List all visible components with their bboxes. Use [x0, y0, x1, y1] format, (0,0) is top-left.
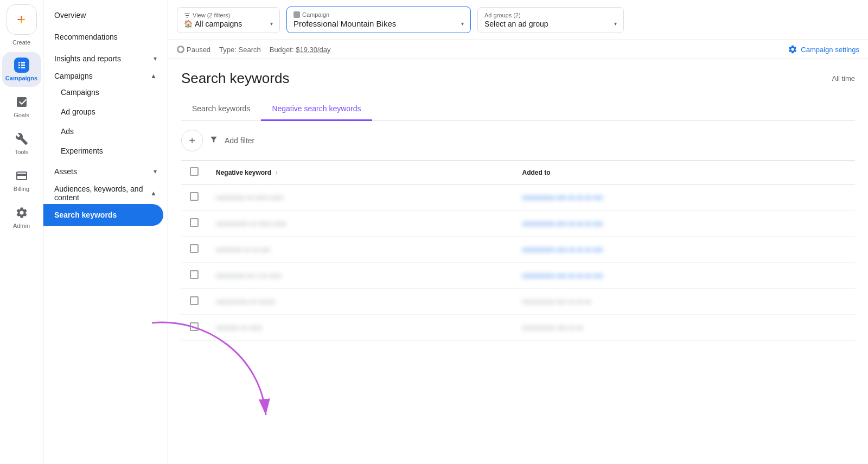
row-checkbox-6[interactable] — [190, 322, 199, 331]
table-row: xxxxxxxxx xx x xx xxxx xxxxxxxxxx xxx xx… — [181, 263, 855, 289]
negative-keyword-header: Negative keyword ↑ — [207, 161, 513, 185]
added-to-cell-1: xxxxxxxxxx xxx xx xx xx xxx — [522, 194, 603, 201]
added-to-cell-5: xxxxxxxxxx xxx xx xx xx — [522, 298, 591, 306]
billing-icon — [14, 168, 29, 183]
ad-group-dropdown[interactable]: Ad groups (2) Select an ad group ▾ — [477, 7, 624, 33]
select-all-header — [181, 161, 207, 185]
row-checkbox-1[interactable] — [190, 192, 199, 201]
sidebar-assets-section[interactable]: Assets ▾ — [43, 161, 168, 178]
campaign-dropdown-arrow: ▾ — [461, 21, 464, 27]
goals-icon — [14, 94, 29, 110]
sidebar-item-tools[interactable]: Tools — [2, 126, 41, 161]
campaign-dropdown-label: Campaign — [293, 11, 464, 18]
paused-status: Paused — [177, 46, 210, 54]
row-checkbox-3[interactable] — [190, 244, 199, 253]
content-area: Search keywords All time Search keywords… — [168, 59, 868, 464]
ads-sub-label: Ads — [61, 127, 74, 136]
sidebar-experiments-sub[interactable]: Experiments — [43, 141, 163, 161]
sidebar-campaigns-section[interactable]: Campaigns ▲ — [43, 65, 168, 82]
sidebar-item-billing[interactable]: Billing — [2, 163, 41, 198]
campaign-settings-label: Campaign settings — [801, 46, 859, 54]
sidebar-item-admin[interactable]: Admin — [2, 200, 41, 234]
campaign-settings-button[interactable]: Campaign settings — [788, 45, 859, 54]
sort-icon[interactable]: ↑ — [275, 170, 278, 176]
plus-icon: + — [189, 135, 195, 147]
keyword-cell-3: xxxxxxxx xx xx xxx — [216, 246, 270, 253]
select-all-checkbox[interactable] — [190, 167, 199, 176]
row-checkbox-4[interactable] — [190, 270, 199, 279]
insights-label: Insights and reports — [54, 54, 121, 63]
statusbar: Paused Type: Search Budget: $19.30/day C… — [168, 40, 868, 59]
type-label: Type: Search — [219, 46, 261, 54]
view-filter-label: View (2 filters) — [184, 12, 273, 18]
row-checkbox-5[interactable] — [190, 296, 199, 305]
campaign-dropdown[interactable]: Campaign Professional Mountain Bikes ▾ — [286, 7, 471, 33]
icon-navigation: + Create Campaigns Goals Tools Billing A… — [0, 0, 43, 464]
ad-group-dropdown-arrow: ▾ — [614, 21, 617, 27]
insights-chevron-icon: ▾ — [154, 55, 157, 62]
sidebar-search-keywords[interactable]: Search keywords — [43, 204, 163, 226]
search-keywords-label: Search keywords — [54, 211, 117, 219]
sidebar-overview[interactable]: Overview — [43, 4, 163, 26]
tab-search-keywords[interactable]: Search keywords — [181, 98, 261, 121]
keyword-cell-6: xxxxxxx xx xxxx — [216, 324, 262, 332]
table-row: xxxxxxxxxx xx xxxx xxxx xxxxxxxxxx xxx x… — [181, 211, 855, 237]
audiences-label: Audiences, keywords, and content — [54, 185, 150, 202]
time-range: All time — [832, 74, 855, 82]
billing-nav-label: Billing — [14, 186, 29, 192]
campaigns-chevron-icon: ▲ — [150, 72, 157, 80]
table-row: xxxxxxxxx xx xxxx xxxx xxxxxxxxxx xxx xx… — [181, 185, 855, 211]
sidebar-item-goals[interactable]: Goals — [2, 89, 41, 124]
sidebar-campaigns-sub[interactable]: Campaigns — [43, 82, 163, 102]
sidebar-ads-sub[interactable]: Ads — [43, 122, 163, 141]
keyword-cell-4: xxxxxxxxx xx x xx xxxx — [216, 272, 282, 279]
row-checkbox-2[interactable] — [190, 218, 199, 227]
experiments-sub-label: Experiments — [61, 147, 103, 155]
tools-icon — [14, 131, 29, 147]
campaigns-icon — [14, 58, 29, 73]
page-title: Search keywords — [181, 70, 289, 87]
add-filter-button[interactable]: Add filter — [225, 136, 254, 145]
create-plus-icon: + — [17, 12, 25, 27]
assets-label: Assets — [54, 167, 77, 176]
audiences-chevron-icon: ▲ — [150, 189, 157, 197]
admin-icon — [14, 205, 29, 220]
keyword-cell-2: xxxxxxxxxx xx xxxx xxxx — [216, 220, 286, 227]
add-button[interactable]: + — [181, 130, 203, 151]
content-header: Search keywords All time — [181, 70, 855, 87]
view-filter-value: 🏠 All campaigns ▾ — [184, 20, 273, 28]
ad-groups-sub-label: Ad groups — [61, 107, 95, 116]
recommendations-label: Recommendations — [54, 33, 118, 41]
sidebar-insights-section[interactable]: Insights and reports ▾ — [43, 48, 168, 65]
campaigns-nav-label: Campaigns — [5, 75, 37, 81]
campaign-dropdown-value: Professional Mountain Bikes ▾ — [293, 19, 464, 28]
tab-negative-search-keywords[interactable]: Negative search keywords — [261, 98, 372, 121]
home-icon: 🏠 — [184, 20, 193, 28]
create-label: Create — [12, 39, 30, 46]
assets-chevron-icon: ▾ — [154, 168, 157, 175]
sidebar-audiences-section[interactable]: Audiences, keywords, and content ▲ — [43, 178, 168, 204]
view-filter-dropdown[interactable]: View (2 filters) 🏠 All campaigns ▾ — [177, 7, 280, 33]
overview-label: Overview — [54, 11, 86, 20]
filter-icon[interactable] — [209, 135, 218, 146]
admin-nav-label: Admin — [13, 223, 30, 229]
view-dropdown-arrow: ▾ — [270, 21, 273, 27]
tabs: Search keywords Negative search keywords — [181, 98, 855, 121]
sidebar-item-campaigns[interactable]: Campaigns — [2, 52, 41, 87]
keyword-cell-5: xxxxxxxxxx xx xxxxx — [216, 298, 275, 306]
added-to-header: Added to — [513, 161, 855, 185]
campaigns-sub-label: Campaigns — [61, 88, 99, 97]
create-button[interactable]: + — [7, 4, 37, 35]
sidebar-ad-groups-sub[interactable]: Ad groups — [43, 102, 163, 122]
topbar: View (2 filters) 🏠 All campaigns ▾ Campa… — [168, 0, 868, 40]
budget-label: Budget: $19.30/day — [270, 46, 331, 54]
goals-nav-label: Goals — [14, 112, 29, 118]
added-to-cell-4: xxxxxxxxxx xxx xx xx xx xxx — [522, 272, 603, 279]
table-row: xxxxxxxxxx xx xxxxx xxxxxxxxxx xxx xx xx… — [181, 289, 855, 315]
sidebar-recommendations[interactable]: Recommendations — [43, 26, 163, 48]
campaigns-section-label: Campaigns — [54, 72, 93, 80]
added-to-cell-2: xxxxxxxxxx xxx xx xx xx xxx — [522, 220, 603, 227]
keywords-table: Negative keyword ↑ Added to xxxxxxxxx xx… — [181, 161, 855, 341]
budget-value[interactable]: $19.30/day — [296, 46, 330, 54]
keyword-cell-1: xxxxxxxxx xx xxxx xxxx — [216, 194, 283, 201]
